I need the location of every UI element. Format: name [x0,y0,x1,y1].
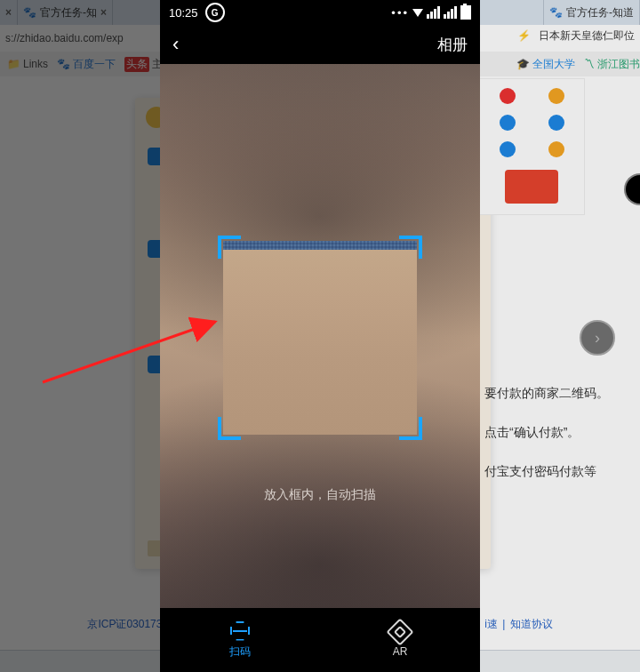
frame-corner [218,417,241,440]
frame-corner [399,417,422,440]
tab-scan[interactable]: 扫码 [160,608,320,672]
wifi-icon [412,9,423,17]
album-button[interactable]: 相册 [437,35,468,55]
back-icon[interactable]: ‹ [172,33,179,56]
status-time: 10:25 [169,6,198,20]
frame-corner [218,236,241,259]
phone-nav-bar: ‹ 相册 [160,25,480,64]
scan-line [223,241,417,250]
signal-icon [444,6,457,19]
signal-icon [427,6,440,19]
phone-status-bar: 10:25 G ••• [160,0,480,25]
frame-corner [399,236,422,259]
tab-ar[interactable]: AR [320,608,480,672]
scan-frame [218,236,422,440]
scan-hint-text: 放入框内，自动扫描 [160,487,480,503]
scan-icon [230,621,250,641]
phone-bottom-tabs: 扫码 AR [160,608,480,672]
battery-icon [460,5,471,20]
netease-icon: G [205,3,225,22]
ar-icon [390,622,410,642]
more-icon: ••• [391,6,409,20]
scan-area [223,241,417,435]
